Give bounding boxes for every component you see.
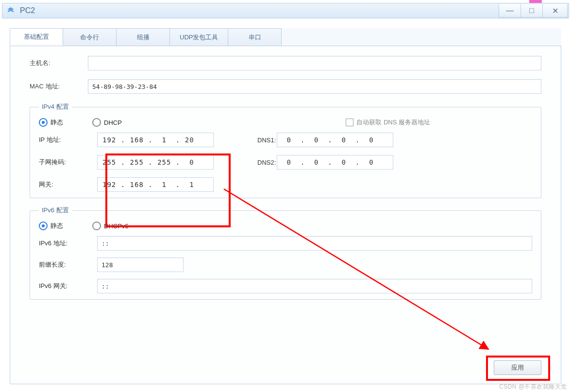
- app-icon: [5, 5, 16, 16]
- apply-label: 应用: [511, 363, 524, 372]
- main-panel: 基础配置 命令行 组播 UDP发包工具 串口 主机名: MAC 地址: 54-8…: [10, 28, 561, 384]
- ipv6-grid: IPv6 地址: :: 前缀长度: 128 IPv6 网关: ::: [39, 236, 532, 293]
- apply-button[interactable]: 应用: [494, 360, 541, 375]
- ipv6-mode-row: 静态 DHCPv6: [39, 222, 532, 230]
- tab-serial[interactable]: 串口: [228, 28, 282, 46]
- ipv4-legend: IPv4 配置: [39, 102, 72, 111]
- radio-dot-icon: [39, 222, 48, 230]
- mask-input[interactable]: 255 . 255 . 255 . 0: [97, 155, 214, 170]
- tab-basic[interactable]: 基础配置: [10, 28, 63, 46]
- ipv4-dhcp-radio[interactable]: DHCP: [92, 118, 122, 127]
- ipv6-gw-label: IPv6 网关:: [39, 282, 97, 290]
- radio-dot-icon: [92, 222, 101, 230]
- dns1-label: DNS1:: [214, 136, 277, 144]
- mask-label: 子网掩码:: [39, 158, 97, 167]
- mac-input[interactable]: 54-89-98-39-23-84: [88, 79, 541, 94]
- close-button[interactable]: ✕: [543, 4, 568, 17]
- ipv4-group: IPv4 配置 静态 DHCP 自动获取 DNS 服务器地址: [30, 102, 541, 198]
- ipv6-static-radio[interactable]: 静态: [39, 222, 63, 230]
- checkbox-label: 自动获取 DNS 服务器地址: [356, 118, 430, 127]
- ipv6-addr-label: IPv6 地址:: [39, 239, 97, 248]
- app-window: PC2 — □ ✕ 基础配置 命令行 组播 UDP发包工具 串口 主机名: MA…: [0, 0, 571, 392]
- tab-label: 组播: [137, 33, 150, 42]
- ipv6-dhcp-radio[interactable]: DHCPv6: [92, 222, 129, 230]
- minimize-button[interactable]: —: [499, 4, 521, 17]
- tabs: 基础配置 命令行 组播 UDP发包工具 串口: [10, 28, 561, 46]
- tab-label: 命令行: [80, 33, 99, 42]
- ipv6-gw-input[interactable]: ::: [97, 279, 532, 293]
- tab-content: 主机名: MAC 地址: 54-89-98-39-23-84 IPv4 配置 静…: [10, 46, 561, 384]
- title-bar: PC2 — □ ✕: [2, 3, 569, 18]
- gw-input[interactable]: 192 . 168 . 1 . 1: [97, 177, 214, 192]
- dns2-label: DNS2:: [214, 159, 277, 166]
- maximize-button[interactable]: □: [521, 4, 543, 17]
- mac-label: MAC 地址:: [30, 82, 88, 91]
- ipv6-group: IPv6 配置 静态 DHCPv6 IPv6 地址: :: 前缀长度:: [30, 206, 541, 300]
- hostname-label: 主机名:: [30, 59, 88, 68]
- row-mac: MAC 地址: 54-89-98-39-23-84: [30, 79, 541, 94]
- radio-label: 静态: [50, 118, 63, 127]
- window-controls: — □ ✕: [499, 4, 568, 17]
- radio-dot-icon: [39, 118, 48, 127]
- radio-dot-icon: [92, 118, 101, 127]
- auto-dns-checkbox[interactable]: 自动获取 DNS 服务器地址: [346, 118, 430, 127]
- tab-cli[interactable]: 命令行: [63, 28, 117, 46]
- tab-label: UDP发包工具: [180, 33, 218, 42]
- ip-input[interactable]: 192 . 168 . 1 . 20: [97, 133, 214, 147]
- tab-mcast[interactable]: 组播: [117, 28, 170, 46]
- dns2-input[interactable]: 0 . 0 . 0 . 0: [277, 155, 393, 170]
- row-hostname: 主机名:: [30, 56, 541, 70]
- ipv6-addr-input[interactable]: ::: [97, 236, 532, 251]
- ip-label: IP 地址:: [39, 136, 97, 144]
- ipv6-prefix-input[interactable]: 128: [97, 257, 184, 272]
- window-title: PC2: [20, 6, 499, 15]
- ipv4-mode-row: 静态 DHCP 自动获取 DNS 服务器地址: [39, 118, 532, 127]
- tab-udp[interactable]: UDP发包工具: [170, 28, 228, 46]
- radio-label: 静态: [50, 222, 63, 230]
- gw-label: 网关:: [39, 180, 97, 189]
- ipv4-grid: IP 地址: 192 . 168 . 1 . 20 DNS1: 0 . 0 . …: [39, 133, 532, 192]
- ipv6-legend: IPv6 配置: [39, 206, 72, 215]
- tab-label: 串口: [249, 33, 261, 42]
- hostname-input[interactable]: [88, 56, 541, 70]
- radio-label: DHCP: [104, 119, 122, 126]
- ipv4-static-radio[interactable]: 静态: [39, 118, 63, 127]
- tab-label: 基础配置: [24, 33, 49, 41]
- checkbox-box-icon: [346, 119, 353, 126]
- ipv6-prefix-label: 前缀长度:: [39, 260, 97, 269]
- dns1-input[interactable]: 0 . 0 . 0 . 0: [277, 133, 393, 147]
- radio-label: DHCPv6: [104, 222, 129, 230]
